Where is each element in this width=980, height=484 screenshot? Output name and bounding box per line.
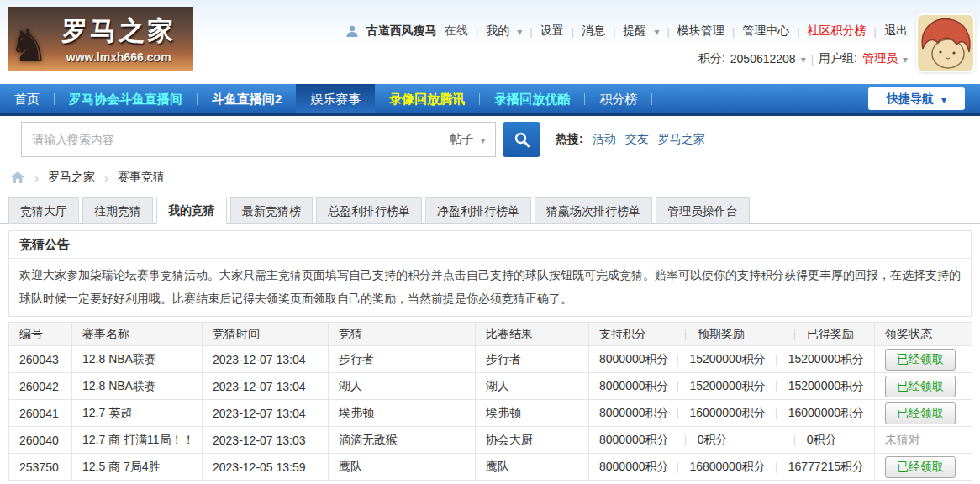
claimed-button[interactable]: 已经领取 (885, 402, 956, 424)
announcement-title: 竞猜公告 (9, 231, 971, 259)
site-url: www.lmxh666.com (49, 50, 188, 64)
breadcrumb-forum[interactable]: 罗马之家 (48, 170, 95, 185)
divider (613, 24, 615, 38)
site-logo[interactable]: ♞ 罗马之家 www.lmxh666.com (8, 7, 193, 71)
cell-id: 260042 (9, 373, 72, 400)
cell-result: 鹰队 (476, 454, 589, 481)
search-type-select[interactable]: 帖子 (440, 123, 495, 156)
divider (732, 24, 735, 38)
divider (874, 24, 877, 38)
search-button[interactable] (503, 122, 540, 157)
claimed-button[interactable]: 已经领取 (885, 376, 956, 397)
user-menu-row: 古道西风瘦马 在线 我的 设置 消息 提醒 模块管理 管理中心 社区积分榜 (338, 24, 908, 39)
tab-admin-console[interactable]: 管理员操作台 (656, 197, 750, 224)
menu-module-admin[interactable]: 模块管理 (677, 24, 724, 39)
points-label: 积分: (698, 51, 725, 66)
breadcrumb: 罗马之家 赛事竞猜 (0, 163, 980, 192)
online-status: 在线 (445, 24, 468, 39)
tab-net-profit-rank[interactable]: 净盈利排行榜单 (425, 197, 531, 224)
hot-link-activity[interactable]: 活动 (593, 132, 616, 147)
nav-replay-youku[interactable]: 录播回放优酷 (480, 84, 584, 113)
chevron-down-icon[interactable] (903, 52, 908, 66)
menu-admin-center[interactable]: 管理中心 (742, 24, 789, 39)
cell-status: 已经领取 (875, 346, 972, 373)
cell-status: 未猜对 (875, 427, 972, 454)
nav-divider (651, 93, 652, 105)
home-icon[interactable] (10, 171, 25, 184)
tab-my-bets-active[interactable]: 我的竞猜 (156, 197, 227, 224)
hot-link-home[interactable]: 罗马之家 (658, 132, 705, 147)
col-support: 支持积分 (599, 327, 680, 342)
nav-replay-tencent[interactable]: 录像回放腾讯 (375, 84, 479, 113)
col-result: 比赛结果 (476, 323, 589, 346)
tab-past-bets[interactable]: 往期竞猜 (82, 197, 153, 224)
chevron-down-icon (480, 133, 485, 146)
nav-douyu-room2[interactable]: 斗鱼直播间2 (198, 84, 296, 113)
chevron-down-icon[interactable] (654, 24, 659, 38)
tab-latest-rank[interactable]: 最新竞猜榜 (230, 197, 313, 224)
col-id: 编号 (9, 323, 72, 346)
cell-event: 12.7 商 打满11局！！ (72, 427, 203, 454)
search-type-value: 帖子 (450, 132, 473, 147)
divider (811, 52, 814, 66)
menu-notifications[interactable]: 提醒 (623, 24, 646, 39)
cell-bet: 埃弗顿 (329, 400, 476, 427)
quick-nav-button[interactable]: 快捷导航 (868, 87, 965, 110)
cell-points: 8000000积分 16800000积分 16777215积分 (589, 454, 875, 481)
avatar[interactable] (918, 15, 973, 71)
user-panel: 古道西风瘦马 在线 我的 设置 消息 提醒 模块管理 管理中心 社区积分榜 (338, 24, 908, 66)
menu-my[interactable]: 我的 (486, 24, 509, 39)
nav-score-rank[interactable]: 积分榜 (585, 84, 651, 113)
site-header: ♞ 罗马之家 www.lmxh666.com 古道西风瘦马 在线 我的 设置 消… (0, 0, 980, 84)
chevron-down-icon (934, 92, 946, 106)
cell-bet: 湖人 (329, 373, 476, 400)
user-icon (345, 24, 359, 38)
username-link[interactable]: 古道西风瘦马 (366, 24, 437, 39)
site-title: 罗马之家 (49, 13, 188, 49)
search-icon (514, 131, 530, 148)
menu-messages[interactable]: 消息 (582, 24, 605, 39)
claimed-button[interactable]: 已经领取 (885, 456, 956, 478)
search-box: 帖子 (21, 122, 496, 157)
cell-result: 步行者 (476, 346, 589, 373)
cell-result: 协会大厨 (476, 427, 589, 454)
col-earned: 已得奖励 (807, 327, 854, 342)
divider (572, 24, 574, 38)
usergroup-label: 用户组: (819, 51, 857, 66)
hot-link-friends[interactable]: 交友 (625, 132, 649, 147)
cell-time: 2023-12-07 13:03 (203, 427, 329, 454)
tab-total-profit-rank[interactable]: 总盈利排行榜单 (316, 197, 422, 224)
nav-home[interactable]: 首页 (0, 84, 54, 113)
cell-id: 253750 (9, 454, 72, 481)
cell-points: 8000000积分 16000000积分 16000000积分 (589, 400, 875, 427)
cell-event: 12.8 NBA联赛 (72, 346, 203, 373)
quick-nav-label: 快捷导航 (887, 92, 934, 107)
cell-id: 260043 (9, 346, 72, 373)
hot-search: 热搜: 活动 交友 罗马之家 (556, 132, 705, 147)
nav-douyu-room[interactable]: 罗马协会斗鱼直播间 (55, 84, 197, 113)
nav-entertainment-active[interactable]: 娱乐赛事 (296, 84, 375, 113)
cell-bet: 滴滴无敌猴 (329, 427, 476, 454)
tab-bet-hall[interactable]: 竞猜大厅 (8, 197, 79, 224)
menu-settings[interactable]: 设置 (540, 24, 564, 39)
user-stats-row: 积分: 2050612208 用户组: 管理员 (338, 51, 908, 66)
page: ♞ 罗马之家 www.lmxh666.com 古道西风瘦马 在线 我的 设置 消… (0, 0, 980, 484)
search-input[interactable] (22, 123, 440, 156)
cell-time: 2023-12-07 13:04 (203, 346, 329, 373)
tab-bar: 竞猜大厅 往期竞猜 我的竞猜 最新竞猜榜 总盈利排行榜单 净盈利排行榜单 猜赢场… (0, 192, 980, 224)
col-bet: 竞猜 (329, 323, 476, 346)
points-value[interactable]: 2050612208 (730, 52, 796, 66)
chevron-down-icon[interactable] (801, 52, 806, 66)
claimed-button[interactable]: 已经领取 (885, 349, 956, 371)
breadcrumb-current[interactable]: 赛事竞猜 (118, 170, 165, 185)
tab-win-count-rank[interactable]: 猜赢场次排行榜单 (535, 197, 652, 224)
chevron-down-icon[interactable] (517, 24, 522, 38)
menu-score-board[interactable]: 社区积分榜 (808, 24, 867, 39)
usergroup-value[interactable]: 管理员 (862, 51, 898, 66)
cell-status: 已经领取 (875, 373, 972, 400)
col-expected: 预期奖励 (698, 327, 745, 342)
menu-logout[interactable]: 退出 (884, 24, 908, 39)
announcement-body: 欢迎大家参加柒瑞论坛赛事竞猜活动。大家只需主竞猜页面填写自己支持的积分并点击自己… (9, 259, 971, 316)
cell-time: 2023-12-07 13:04 (203, 373, 329, 400)
logo-text: 罗马之家 www.lmxh666.com (49, 13, 193, 64)
